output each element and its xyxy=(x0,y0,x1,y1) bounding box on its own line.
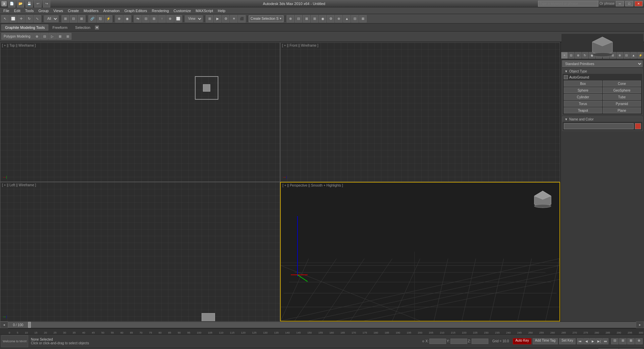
place-btn[interactable]: ⊕ xyxy=(166,15,174,22)
btn-torus[interactable]: Torus xyxy=(564,101,602,107)
gt5[interactable]: ⊞ xyxy=(64,33,71,40)
btn-geosphere[interactable]: GeoSphere xyxy=(603,87,641,93)
menu-customize[interactable]: Customize xyxy=(171,8,193,13)
layer-btn[interactable]: ⊕ xyxy=(115,15,123,22)
menu-modifiers[interactable]: Modifiers xyxy=(82,8,101,13)
quick-align-btn[interactable]: ⊞ xyxy=(150,15,158,22)
prev-frame-btn[interactable]: ◀ xyxy=(583,338,589,344)
btn-pyramid[interactable]: Pyramid xyxy=(603,101,641,107)
gt3[interactable]: ▷ xyxy=(49,33,56,40)
tb8[interactable]: ▲ xyxy=(343,15,351,22)
add-time-tag-btn[interactable]: Add Time Tag xyxy=(533,338,558,344)
menu-rendering[interactable]: Rendering xyxy=(150,8,171,13)
rpt-hierarchy[interactable]: ⊕ xyxy=(575,52,582,59)
play-start-btn[interactable]: ⏮ xyxy=(577,338,583,344)
view-dropdown[interactable]: View xyxy=(185,15,203,22)
extra-btn4[interactable]: ⊕ xyxy=(635,338,643,344)
rpt-extra3[interactable]: ⊕ xyxy=(616,52,623,59)
name-color-header[interactable]: ▼ Name and Color xyxy=(562,117,642,122)
render-setup-btn[interactable]: ⚙ xyxy=(222,15,229,22)
gt4[interactable]: ⊠ xyxy=(56,33,64,40)
next-frame-btn[interactable]: ▶| xyxy=(596,338,602,344)
tb1[interactable]: ⊕ xyxy=(287,15,294,22)
undo-btn[interactable]: ↩ xyxy=(34,0,42,7)
menu-group[interactable]: Group xyxy=(36,8,51,13)
close-btn[interactable]: ✕ xyxy=(635,1,643,6)
menu-graph-editors[interactable]: Graph Editors xyxy=(122,8,149,13)
gtab-freeform[interactable]: Freeform xyxy=(49,24,71,31)
snap3d-btn[interactable]: ⊠ xyxy=(78,15,85,22)
y-input[interactable] xyxy=(450,339,467,344)
mirror-btn[interactable]: ⇆ xyxy=(134,15,142,22)
viewport-front[interactable]: [ + || Front || Wireframe ] —| xyxy=(280,42,560,182)
gtab-graphite[interactable]: Graphite Modeling Tools xyxy=(1,24,48,31)
menu-file[interactable]: File xyxy=(1,8,11,13)
tb10[interactable]: ⊠ xyxy=(359,15,367,22)
timeline-track[interactable] xyxy=(28,322,636,328)
gtab-close[interactable]: ■ xyxy=(95,26,99,30)
select-region-btn[interactable]: ⬜ xyxy=(9,15,17,22)
object-type-header[interactable]: ▼ Object Type xyxy=(562,69,642,74)
btn-tube[interactable]: Tube xyxy=(603,94,641,100)
rpt-motion[interactable]: ↻ xyxy=(582,52,589,59)
gtab-selection[interactable]: Selection xyxy=(71,24,94,31)
open-btn[interactable]: 📂 xyxy=(17,0,24,7)
env-btn[interactable]: ☀ xyxy=(230,15,237,22)
select-btn[interactable]: ↖ xyxy=(1,15,9,22)
tb6[interactable]: ⚙ xyxy=(327,15,334,22)
gt1[interactable]: ⊕ xyxy=(33,33,41,40)
menu-create[interactable]: Create xyxy=(66,8,81,13)
move-btn[interactable]: ✛ xyxy=(17,15,25,22)
timeline-prev-btn[interactable]: ◄ xyxy=(0,321,8,328)
x-input[interactable] xyxy=(429,339,446,344)
z-input[interactable] xyxy=(472,339,488,344)
color-swatch[interactable] xyxy=(635,123,641,129)
normal-align-btn[interactable]: ↑ xyxy=(158,15,166,22)
scale-btn[interactable]: ⤡ xyxy=(34,15,41,22)
batch-render-btn[interactable]: ⬛ xyxy=(238,15,246,22)
tb9[interactable]: ⊟ xyxy=(351,15,359,22)
extra-btn2[interactable]: ⊞ xyxy=(619,338,627,344)
snap-btn[interactable]: ⊞ xyxy=(62,15,69,22)
viewport-top[interactable]: [ + || Top || Wireframe ] —| xyxy=(0,42,280,182)
menu-tools[interactable]: Tools xyxy=(23,8,36,13)
tb4[interactable]: ⊞ xyxy=(311,15,318,22)
rpt-create[interactable]: + xyxy=(561,52,568,59)
timeline-handle[interactable] xyxy=(28,322,31,328)
minimize-btn[interactable]: ─ xyxy=(616,1,624,6)
render-btn[interactable]: ▶ xyxy=(214,15,221,22)
extra-btn1[interactable]: ⊟ xyxy=(611,338,619,344)
align-btn[interactable]: ⊟ xyxy=(142,15,150,22)
tb7[interactable]: ⊕ xyxy=(335,15,342,22)
object-btn[interactable]: ◉ xyxy=(123,15,131,22)
set-key-btn[interactable]: Set Key xyxy=(559,338,576,344)
btn-cylinder[interactable]: Cylinder xyxy=(564,94,602,100)
link-btn[interactable]: 🔗 xyxy=(89,15,96,22)
unlink-btn[interactable]: ⛓ xyxy=(97,15,104,22)
gt2[interactable]: ⊟ xyxy=(41,33,48,40)
rotate-btn[interactable]: ↻ xyxy=(25,15,33,22)
rpt-extra5[interactable]: ▲ xyxy=(630,52,637,59)
material-btn[interactable]: ⊞ xyxy=(206,15,213,22)
align-view-btn[interactable]: ⬜ xyxy=(174,15,182,22)
menu-maxscript[interactable]: MAXScript xyxy=(194,8,215,13)
autoground-checkbox[interactable] xyxy=(564,75,568,79)
all-dropdown[interactable]: All xyxy=(44,15,58,22)
viewport-left[interactable]: [ + || Left || Wireframe ] —| xyxy=(0,182,280,321)
object-name-input[interactable] xyxy=(564,123,634,129)
menu-views[interactable]: Views xyxy=(51,8,65,13)
polygon-modeling-btn[interactable]: Polygon Modeling xyxy=(1,33,33,40)
btn-plane[interactable]: Plane xyxy=(603,107,641,113)
snap2d-btn[interactable]: ⊟ xyxy=(70,15,77,22)
tb3[interactable]: ⊠ xyxy=(303,15,310,22)
bind-btn[interactable]: ⚡ xyxy=(105,15,112,22)
create-selection-arrow[interactable]: ▼ xyxy=(279,17,282,20)
rpt-extra6[interactable]: ⚡ xyxy=(637,52,644,59)
auto-key-btn[interactable]: Auto Key xyxy=(513,338,531,344)
extra-btn3[interactable]: ⊠ xyxy=(627,338,635,344)
play-end-btn[interactable]: ⏭ xyxy=(602,338,608,344)
maximize-btn[interactable]: □ xyxy=(625,1,633,6)
btn-teapot[interactable]: Teapot xyxy=(564,107,602,113)
btn-box[interactable]: Box xyxy=(564,81,602,87)
tb5[interactable]: ◉ xyxy=(319,15,326,22)
